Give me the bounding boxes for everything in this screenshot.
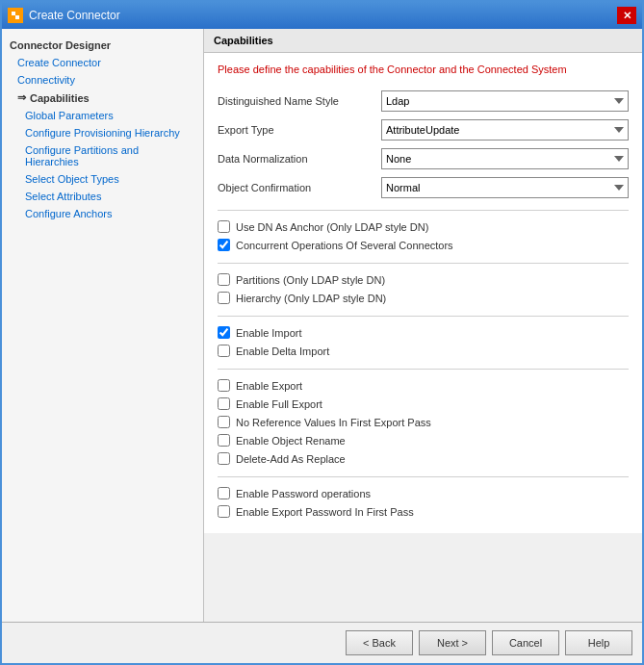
cancel-button[interactable]: Cancel [492, 630, 559, 655]
window-body: Connector Designer Create Connector Conn… [2, 29, 642, 663]
enable-import-label: Enable Import [236, 327, 301, 339]
hierarchy-checkbox[interactable] [218, 292, 230, 304]
main-window: Create Connector ✕ Connector Designer Cr… [0, 0, 644, 665]
main-area: Connector Designer Create Connector Conn… [2, 29, 642, 622]
checkbox-group-3: Enable Import Enable Delta Import [218, 326, 629, 357]
use-dn-anchor-label: Use DN As Anchor (Only LDAP style DN) [236, 221, 428, 233]
no-ref-values-checkbox[interactable] [218, 416, 230, 428]
checkbox-row-enable-export-password: Enable Export Password In First Pass [218, 505, 629, 518]
checkbox-row-no-ref-values: No Reference Values In First Export Pass [218, 416, 629, 428]
back-button[interactable]: < Back [346, 630, 413, 655]
partitions-checkbox[interactable] [218, 273, 230, 286]
enable-export-password-label: Enable Export Password In First Pass [236, 506, 414, 518]
sidebar-item-configure-anchors[interactable]: Configure Anchors [2, 205, 203, 222]
data-normalization-row: Data Normalization None DeleteSpace Trim [218, 148, 629, 169]
checkbox-row-delete-add-replace: Delete-Add As Replace [218, 452, 629, 465]
footer: < Back Next > Cancel Help [2, 622, 642, 663]
enable-import-checkbox[interactable] [218, 326, 230, 339]
hierarchy-label: Hierarchy (Only LDAP style DN) [236, 293, 386, 304]
divider-2 [218, 263, 629, 264]
dn-style-row: Distinguished Name Style Ldap Generic [218, 90, 629, 112]
svg-rect-2 [15, 15, 19, 19]
enable-export-password-checkbox[interactable] [218, 505, 230, 518]
svg-rect-1 [12, 12, 15, 15]
sidebar-item-configure-partitions[interactable]: Configure Partitions and Hierarchies [2, 141, 203, 170]
checkbox-row-enable-password-ops: Enable Password operations [218, 487, 629, 499]
sidebar-section-header: Connector Designer [2, 37, 203, 54]
checkbox-row-enable-object-rename: Enable Object Rename [218, 434, 629, 447]
sidebar-item-global-parameters[interactable]: Global Parameters [2, 107, 203, 124]
checkbox-group-1: Use DN As Anchor (Only LDAP style DN) Co… [218, 220, 629, 251]
export-type-select[interactable]: AttributeUpdate ObjectReplace Multivalue… [381, 119, 629, 141]
divider-5 [218, 476, 629, 477]
title-bar: Create Connector ✕ [2, 2, 642, 29]
enable-password-ops-checkbox[interactable] [218, 487, 230, 499]
next-button[interactable]: Next > [419, 630, 486, 655]
content-scroll[interactable]: Please define the capabilities of the Co… [204, 53, 642, 622]
checkbox-row-concurrent-ops: Concurrent Operations Of Several Connect… [218, 239, 629, 251]
checkbox-row-enable-import: Enable Import [218, 326, 629, 339]
sidebar: Connector Designer Create Connector Conn… [2, 29, 204, 622]
enable-full-export-checkbox[interactable] [218, 397, 230, 410]
info-text: Please define the capabilities of the Co… [218, 63, 629, 77]
use-dn-anchor-checkbox[interactable] [218, 220, 230, 233]
divider-1 [218, 210, 629, 211]
no-ref-values-label: No Reference Values In First Export Pass [236, 417, 431, 428]
enable-object-rename-checkbox[interactable] [218, 434, 230, 447]
partitions-label: Partitions (Only LDAP style DN) [236, 274, 385, 286]
checkbox-row-use-dn: Use DN As Anchor (Only LDAP style DN) [218, 220, 629, 233]
sidebar-item-capabilities[interactable]: Capabilities [2, 89, 203, 107]
export-type-row: Export Type AttributeUpdate ObjectReplac… [218, 119, 629, 141]
enable-export-checkbox[interactable] [218, 379, 230, 392]
data-normalization-select[interactable]: None DeleteSpace Trim [381, 148, 629, 169]
help-button[interactable]: Help [565, 630, 632, 655]
delete-add-replace-checkbox[interactable] [218, 452, 230, 465]
dn-style-select[interactable]: Ldap Generic [381, 90, 629, 112]
app-icon [8, 8, 23, 23]
checkbox-row-hierarchy: Hierarchy (Only LDAP style DN) [218, 292, 629, 304]
checkbox-row-enable-full-export: Enable Full Export [218, 397, 629, 410]
concurrent-ops-checkbox[interactable] [218, 239, 230, 251]
sidebar-item-create-connector[interactable]: Create Connector [2, 54, 203, 71]
content-area: Capabilities Please define the capabilit… [204, 29, 642, 622]
enable-export-label: Enable Export [236, 380, 302, 392]
sidebar-item-configure-provisioning[interactable]: Configure Provisioning Hierarchy [2, 124, 203, 141]
checkbox-group-2: Partitions (Only LDAP style DN) Hierarch… [218, 273, 629, 304]
enable-delta-import-label: Enable Delta Import [236, 345, 329, 357]
object-confirmation-select[interactable]: Normal NoDeleteConfirmation NoAddAndDele… [381, 177, 629, 198]
checkbox-row-enable-delta-import: Enable Delta Import [218, 345, 629, 357]
export-type-label: Export Type [218, 124, 381, 136]
enable-object-rename-label: Enable Object Rename [236, 435, 346, 447]
checkbox-row-partitions: Partitions (Only LDAP style DN) [218, 273, 629, 286]
sidebar-item-select-object-types[interactable]: Select Object Types [2, 170, 203, 188]
object-confirmation-row: Object Confirmation Normal NoDeleteConfi… [218, 177, 629, 198]
data-normalization-label: Data Normalization [218, 153, 381, 165]
sidebar-item-connectivity[interactable]: Connectivity [2, 71, 203, 89]
close-button[interactable]: ✕ [617, 7, 636, 24]
content-body: Please define the capabilities of the Co… [204, 53, 642, 533]
concurrent-ops-label: Concurrent Operations Of Several Connect… [236, 240, 453, 251]
enable-password-ops-label: Enable Password operations [236, 488, 371, 499]
divider-3 [218, 316, 629, 317]
content-panel-title: Capabilities [204, 29, 642, 53]
dn-style-label: Distinguished Name Style [218, 95, 381, 107]
window-title: Create Connector [29, 9, 120, 22]
enable-full-export-label: Enable Full Export [236, 398, 322, 410]
sidebar-item-select-attributes[interactable]: Select Attributes [2, 188, 203, 205]
delete-add-replace-label: Delete-Add As Replace [236, 453, 346, 465]
checkbox-group-4: Enable Export Enable Full Export No Refe… [218, 379, 629, 465]
enable-delta-import-checkbox[interactable] [218, 345, 230, 357]
object-confirmation-label: Object Confirmation [218, 182, 381, 193]
checkbox-group-5: Enable Password operations Enable Export… [218, 487, 629, 518]
checkbox-row-enable-export: Enable Export [218, 379, 629, 392]
title-bar-left: Create Connector [8, 8, 120, 23]
divider-4 [218, 369, 629, 370]
